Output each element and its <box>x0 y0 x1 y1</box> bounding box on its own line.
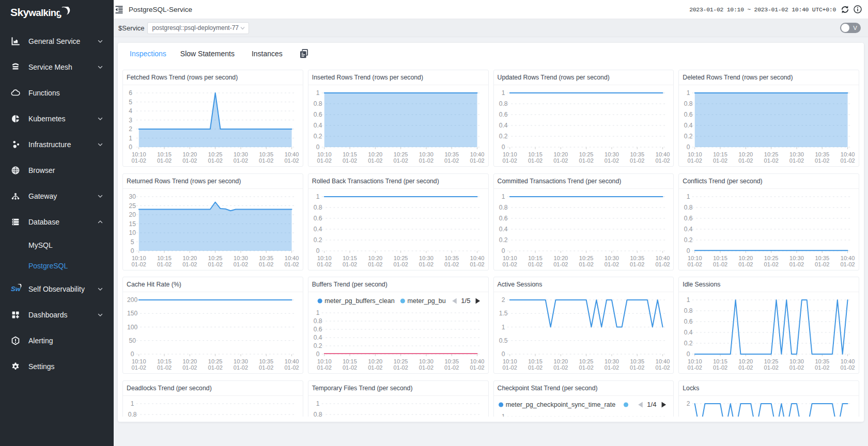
svg-text:10:20: 10:20 <box>182 255 197 261</box>
svg-text:0.6: 0.6 <box>313 215 322 222</box>
svg-text:01-02: 01-02 <box>502 158 517 164</box>
svg-text:10:30: 10:30 <box>605 358 619 364</box>
svg-text:01-02: 01-02 <box>738 158 753 164</box>
svg-text:01-02: 01-02 <box>157 158 172 164</box>
svg-text:10:40: 10:40 <box>655 358 670 364</box>
svg-text:10:25: 10:25 <box>394 255 408 261</box>
svg-text:10:25: 10:25 <box>579 151 593 157</box>
svg-text:01-02: 01-02 <box>630 158 644 164</box>
svg-text:10:25: 10:25 <box>208 255 223 261</box>
svg-text:1/4: 1/4 <box>647 401 656 408</box>
svg-text:10:35: 10:35 <box>444 358 459 364</box>
svg-text:0.8: 0.8 <box>684 204 693 211</box>
svg-text:0: 0 <box>316 351 320 358</box>
svg-text:0.6: 0.6 <box>313 326 322 333</box>
svg-text:10:30: 10:30 <box>789 358 804 364</box>
svg-text:10:40: 10:40 <box>470 358 484 364</box>
svg-text:01-02: 01-02 <box>815 158 829 164</box>
svg-text:10:40: 10:40 <box>841 151 855 157</box>
svg-text:01-02: 01-02 <box>713 365 727 371</box>
svg-text:01-02: 01-02 <box>317 261 331 267</box>
svg-text:10:10: 10:10 <box>317 358 332 364</box>
svg-text:10:10: 10:10 <box>502 358 517 364</box>
svg-text:10:40: 10:40 <box>470 255 484 261</box>
svg-text:1: 1 <box>316 309 320 316</box>
svg-text:10: 10 <box>129 229 136 236</box>
svg-text:10:25: 10:25 <box>764 358 779 364</box>
svg-text:10:40: 10:40 <box>655 151 670 157</box>
svg-text:10:25: 10:25 <box>208 358 223 364</box>
svg-text:0.4: 0.4 <box>313 226 322 233</box>
svg-text:10:10: 10:10 <box>132 255 146 261</box>
svg-text:0.4: 0.4 <box>684 226 693 233</box>
svg-text:5: 5 <box>131 238 134 245</box>
svg-text:01-02: 01-02 <box>343 158 357 164</box>
svg-text:0.5: 0.5 <box>499 337 507 344</box>
svg-text:01-02: 01-02 <box>655 261 670 267</box>
svg-text:01-02: 01-02 <box>764 365 779 371</box>
svg-text:01-02: 01-02 <box>579 261 593 267</box>
svg-text:01-02: 01-02 <box>182 365 197 371</box>
svg-text:1: 1 <box>501 89 505 97</box>
svg-text:01-02: 01-02 <box>528 158 542 164</box>
svg-text:01-02: 01-02 <box>655 158 670 164</box>
svg-text:01-02: 01-02 <box>157 365 172 371</box>
svg-text:1: 1 <box>687 89 690 97</box>
svg-text:10:35: 10:35 <box>630 358 644 364</box>
svg-text:3: 3 <box>129 117 132 124</box>
svg-text:10:30: 10:30 <box>605 255 619 261</box>
svg-text:0.4: 0.4 <box>499 122 507 129</box>
svg-text:meter_pg_buffers_clean: meter_pg_buffers_clean <box>324 298 394 305</box>
svg-text:01-02: 01-02 <box>317 365 331 371</box>
svg-text:10:40: 10:40 <box>285 358 299 364</box>
svg-text:0.4: 0.4 <box>684 122 693 129</box>
svg-text:01-02: 01-02 <box>393 365 408 371</box>
svg-text:01-02: 01-02 <box>317 158 331 164</box>
svg-text:01-02: 01-02 <box>528 365 542 371</box>
svg-text:2: 2 <box>129 125 132 133</box>
svg-text:10:25: 10:25 <box>394 358 408 364</box>
svg-text:15: 15 <box>129 220 136 227</box>
svg-text:10:30: 10:30 <box>605 151 619 157</box>
svg-text:10:10: 10:10 <box>317 151 332 157</box>
svg-text:meter_pg_checkpoint_sync_time_: meter_pg_checkpoint_sync_time_rate <box>505 401 615 408</box>
svg-text:4: 4 <box>129 107 132 115</box>
svg-text:01-02: 01-02 <box>630 365 644 371</box>
svg-text:10:10: 10:10 <box>317 255 332 261</box>
svg-text:10:25: 10:25 <box>579 358 593 364</box>
svg-text:01-02: 01-02 <box>284 261 299 267</box>
svg-text:100: 100 <box>127 324 137 331</box>
svg-text:0: 0 <box>129 144 132 151</box>
svg-text:01-02: 01-02 <box>393 261 408 267</box>
svg-text:01-02: 01-02 <box>688 158 702 164</box>
svg-text:01-02: 01-02 <box>553 261 568 267</box>
svg-text:10:20: 10:20 <box>368 255 382 261</box>
svg-text:30: 30 <box>129 193 136 200</box>
svg-text:10:15: 10:15 <box>528 358 542 364</box>
svg-text:1: 1 <box>687 296 690 304</box>
svg-text:0.8: 0.8 <box>499 100 507 107</box>
svg-text:0: 0 <box>501 351 505 358</box>
svg-text:1: 1 <box>131 400 134 407</box>
svg-text:01-02: 01-02 <box>764 158 779 164</box>
svg-text:01-02: 01-02 <box>841 365 855 371</box>
svg-text:01-02: 01-02 <box>789 158 804 164</box>
svg-text:01-02: 01-02 <box>444 158 459 164</box>
svg-text:10:35: 10:35 <box>815 151 830 157</box>
svg-text:10:10: 10:10 <box>688 358 702 364</box>
svg-text:01-02: 01-02 <box>579 158 593 164</box>
svg-text:10:15: 10:15 <box>528 255 542 261</box>
svg-text:10:15: 10:15 <box>343 358 357 364</box>
svg-text:0: 0 <box>131 247 134 254</box>
svg-text:10:35: 10:35 <box>815 255 830 261</box>
svg-text:01-02: 01-02 <box>259 261 273 267</box>
svg-text:0.4: 0.4 <box>313 334 322 341</box>
svg-text:0.2: 0.2 <box>313 342 322 349</box>
svg-text:1: 1 <box>501 193 505 200</box>
svg-text:0: 0 <box>687 144 690 151</box>
svg-text:200: 200 <box>127 296 137 304</box>
svg-text:01-02: 01-02 <box>234 158 248 164</box>
svg-text:01-02: 01-02 <box>655 365 670 371</box>
svg-text:01-02: 01-02 <box>841 158 855 164</box>
svg-text:10:25: 10:25 <box>394 151 408 157</box>
